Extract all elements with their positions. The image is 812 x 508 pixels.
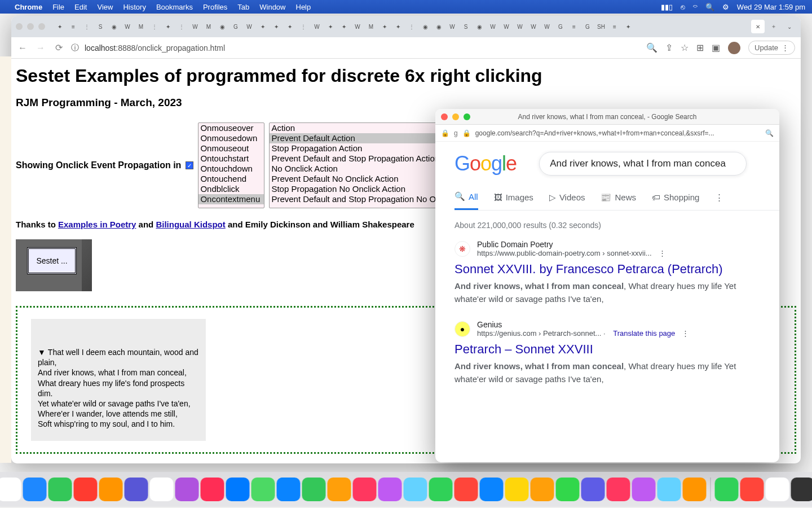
- browser-tab[interactable]: M: [364, 20, 378, 33]
- dock-app[interactable]: [125, 478, 148, 501]
- reload-button[interactable]: ⟳: [53, 42, 64, 54]
- browser-tab[interactable]: ✦: [391, 20, 405, 33]
- dock-app[interactable]: [353, 478, 377, 501]
- dock-app[interactable]: [791, 478, 813, 501]
- link-bilingual-kidspot[interactable]: Bilingual Kidspot: [156, 220, 225, 229]
- app-menu[interactable]: Chrome: [15, 3, 42, 11]
- browser-tab[interactable]: ◉: [432, 20, 445, 33]
- browser-tab[interactable]: ◉: [215, 20, 229, 33]
- lock-icon[interactable]: 🔒: [462, 129, 471, 137]
- browser-tab[interactable]: ✦: [256, 20, 270, 33]
- browser-tab[interactable]: ≡: [567, 20, 581, 33]
- menu-help[interactable]: Help: [296, 3, 311, 11]
- event-checkbox[interactable]: ✓: [186, 161, 193, 169]
- dock-app[interactable]: [74, 478, 98, 501]
- popup-addressbar[interactable]: 🔒 g 🔒 google.com/search?q=And+river+know…: [435, 125, 779, 142]
- action-type-listbox[interactable]: ActionPrevent Default ActionStop Propaga…: [269, 122, 443, 208]
- tab-shopping[interactable]: 🏷Shopping: [652, 191, 699, 210]
- tab-images[interactable]: 🖼Images: [494, 191, 533, 210]
- dock-app[interactable]: [766, 478, 789, 501]
- result-title[interactable]: Sonnet XXVIII. by Francesco Petrarca (Pe…: [454, 262, 768, 277]
- wifi-icon[interactable]: ⌔: [693, 3, 698, 11]
- menu-view[interactable]: View: [97, 3, 113, 11]
- browser-tab[interactable]: ✦: [53, 20, 67, 33]
- zoom-icon[interactable]: 🔍: [765, 129, 774, 137]
- browser-tab[interactable]: S: [94, 20, 107, 33]
- install-icon[interactable]: ⇪: [665, 42, 673, 53]
- browser-tab[interactable]: G: [554, 20, 567, 33]
- dock-app[interactable]: [201, 478, 224, 501]
- site-info-icon[interactable]: ⓘ: [71, 43, 79, 53]
- browser-tab[interactable]: ◉: [473, 20, 486, 33]
- dock-app[interactable]: [302, 478, 326, 501]
- browser-tab[interactable]: W: [513, 20, 527, 33]
- browser-tab[interactable]: ⋮: [405, 20, 418, 33]
- dock-app[interactable]: [454, 478, 478, 501]
- result-menu-icon[interactable]: ⋮: [682, 329, 689, 338]
- browser-tab[interactable]: ⋮: [80, 20, 94, 33]
- dock-app[interactable]: [632, 478, 656, 501]
- tab-overflow-icon[interactable]: ⌄: [783, 20, 796, 33]
- browser-tab[interactable]: W: [188, 20, 202, 33]
- dock-app[interactable]: [556, 478, 580, 501]
- dock-app[interactable]: [505, 478, 529, 501]
- disclosure-triangle-icon[interactable]: ▼: [38, 347, 46, 357]
- google-search-input[interactable]: And river knows, what I from man concea: [539, 152, 747, 176]
- address-bar[interactable]: ⓘ localhost:8888/onclick_propagation.htm…: [71, 43, 639, 53]
- browser-tab[interactable]: ✦: [378, 20, 391, 33]
- browser-tab[interactable]: ≡: [608, 20, 621, 33]
- lock-icon[interactable]: 🔒: [441, 129, 449, 137]
- dock-app[interactable]: [150, 478, 174, 501]
- browser-tab[interactable]: W: [242, 20, 256, 33]
- browser-tab[interactable]: SH: [594, 20, 608, 33]
- side-panel-icon[interactable]: ▣: [712, 42, 720, 53]
- browser-tab[interactable]: G: [229, 20, 242, 33]
- browser-tab[interactable]: W: [540, 20, 554, 33]
- browser-tab[interactable]: ✦: [161, 20, 175, 33]
- new-tab-button[interactable]: ＋: [767, 20, 780, 33]
- browser-tab[interactable]: ⋮: [175, 20, 188, 33]
- tab-all[interactable]: 🔍All: [454, 191, 478, 210]
- browser-tab[interactable]: ✦: [324, 20, 337, 33]
- dock-app[interactable]: [99, 478, 123, 501]
- update-button[interactable]: Update⋮: [748, 41, 795, 55]
- browser-tab[interactable]: W: [310, 20, 324, 33]
- menu-edit[interactable]: Edit: [74, 3, 87, 11]
- dock-app[interactable]: [657, 478, 681, 501]
- dock-app[interactable]: [404, 478, 427, 501]
- menu-profiles[interactable]: Profiles: [203, 3, 227, 11]
- browser-tab[interactable]: ✦: [270, 20, 283, 33]
- menu-window[interactable]: Window: [259, 3, 285, 11]
- dock-app[interactable]: [277, 478, 301, 501]
- dock-app[interactable]: [581, 478, 605, 501]
- browser-tab[interactable]: W: [527, 20, 540, 33]
- browser-tab[interactable]: ◉: [418, 20, 432, 33]
- dock-app[interactable]: [251, 478, 275, 501]
- bookmark-icon[interactable]: ☆: [681, 42, 689, 53]
- browser-tab[interactable]: ⋮: [148, 20, 161, 33]
- dock-app[interactable]: [531, 478, 554, 501]
- dock-app[interactable]: [23, 478, 47, 501]
- forward-button[interactable]: →: [35, 42, 46, 54]
- browser-tab[interactable]: ◉: [107, 20, 121, 33]
- dock-app[interactable]: [429, 478, 453, 501]
- browser-tab[interactable]: M: [134, 20, 148, 33]
- window-controls[interactable]: [16, 23, 45, 30]
- menubar-clock[interactable]: Wed 29 Mar 1:59 pm: [737, 3, 805, 11]
- link-examples-in-poetry[interactable]: Examples in Poetry: [58, 220, 136, 229]
- result-menu-icon[interactable]: ⋮: [659, 249, 666, 257]
- browser-tab[interactable]: S: [459, 20, 473, 33]
- browser-tab[interactable]: W: [445, 20, 459, 33]
- dock-app[interactable]: [480, 478, 504, 501]
- dock-app[interactable]: [715, 478, 739, 501]
- menu-bookmarks[interactable]: Bookmarks: [156, 3, 193, 11]
- dock-app[interactable]: [740, 478, 764, 501]
- browser-tab[interactable]: W: [121, 20, 134, 33]
- control-center-icon[interactable]: ⚙: [722, 3, 729, 11]
- browser-tab[interactable]: W: [500, 20, 513, 33]
- browser-tab[interactable]: ⋮: [297, 20, 310, 33]
- battery-icon[interactable]: ▮▮▯: [661, 3, 673, 11]
- event-type-listbox[interactable]: OnmouseoverOnmousedownOnmouseoutOntouchs…: [198, 122, 264, 208]
- tab-videos[interactable]: ▷Videos: [549, 191, 585, 210]
- back-button[interactable]: ←: [17, 42, 28, 54]
